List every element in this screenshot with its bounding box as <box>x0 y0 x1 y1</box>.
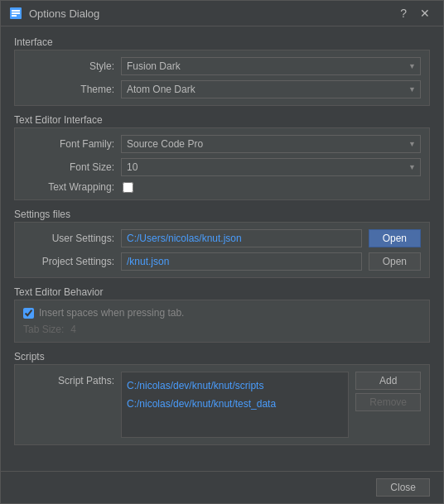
insert-spaces-label: Insert spaces when pressing tab. <box>39 307 184 319</box>
text-wrapping-checkbox[interactable] <box>123 182 133 193</box>
font-family-select[interactable]: Source Code Pro Courier New Monospace <box>121 135 421 153</box>
scripts-buttons: Add Remove <box>355 372 421 411</box>
script-paths-area[interactable]: C:/nicolas/dev/knut/knut/scripts C:/nico… <box>121 372 349 438</box>
project-settings-row: Project Settings: Open <box>23 252 421 271</box>
dialog-content: Interface Style: Fusion Dark Fusion Ligh… <box>1 26 443 471</box>
title-bar-controls: ? ✕ <box>395 6 435 21</box>
interface-section-label: Interface <box>14 36 430 48</box>
font-size-select-wrapper: 8 9 10 11 12 14 <box>121 158 421 176</box>
text-editor-interface-content: Font Family: Source Code Pro Courier New… <box>14 127 430 200</box>
font-size-select[interactable]: 8 9 10 11 12 14 <box>121 158 421 176</box>
script-paths-label: Script Paths: <box>23 372 114 386</box>
interface-section: Interface Style: Fusion Dark Fusion Ligh… <box>14 36 430 106</box>
settings-files-content: User Settings: Open Project Settings: Op… <box>14 222 430 278</box>
text-wrapping-row: Text Wrapping: <box>23 181 421 193</box>
text-editor-behavior-label: Text Editor Behavior <box>14 286 430 298</box>
style-select[interactable]: Fusion Dark Fusion Light Default <box>121 57 421 75</box>
svg-rect-1 <box>12 10 20 12</box>
theme-label: Theme: <box>23 84 114 95</box>
remove-script-button[interactable]: Remove <box>355 393 421 411</box>
close-button[interactable]: Close <box>376 478 430 497</box>
insert-spaces-row: Insert spaces when pressing tab. <box>23 307 421 319</box>
tab-size-row: Tab Size: 4 <box>23 324 421 335</box>
settings-files-section: Settings files User Settings: Open Proje… <box>14 209 430 278</box>
style-row: Style: Fusion Dark Fusion Light Default <box>23 57 421 75</box>
settings-files-label: Settings files <box>14 209 430 220</box>
text-editor-interface-label: Text Editor Interface <box>14 114 430 126</box>
font-family-row: Font Family: Source Code Pro Courier New… <box>23 135 421 153</box>
user-settings-input[interactable] <box>121 229 362 247</box>
interface-section-content: Style: Fusion Dark Fusion Light Default … <box>14 50 430 106</box>
user-settings-row: User Settings: Open <box>23 229 421 247</box>
theme-select[interactable]: Atom One Dark Atom One Light Monokai <box>121 80 421 98</box>
style-select-wrapper: Fusion Dark Fusion Light Default <box>121 57 421 75</box>
dialog-icon <box>9 7 22 20</box>
font-family-label: Font Family: <box>23 138 114 150</box>
theme-select-wrapper: Atom One Dark Atom One Light Monokai <box>121 80 421 98</box>
project-settings-label: Project Settings: <box>23 256 114 267</box>
close-title-button[interactable]: ✕ <box>415 6 435 21</box>
text-wrapping-label: Text Wrapping: <box>23 181 114 193</box>
text-editor-interface-section: Text Editor Interface Font Family: Sourc… <box>14 114 430 200</box>
scripts-section: Scripts Script Paths: C:/nicolas/dev/knu… <box>14 351 430 445</box>
options-dialog: Options Dialog ? ✕ Interface Style: Fusi… <box>0 0 444 504</box>
tab-size-label: Tab Size: <box>23 324 64 335</box>
font-size-row: Font Size: 8 9 10 11 12 14 <box>23 158 421 176</box>
script-path-1: C:/nicolas/dev/knut/knut/scripts <box>127 377 343 396</box>
title-bar: Options Dialog ? ✕ <box>1 1 443 26</box>
scripts-section-label: Scripts <box>14 351 430 362</box>
tab-size-value: 4 <box>70 324 76 335</box>
font-family-select-wrapper: Source Code Pro Courier New Monospace <box>121 135 421 153</box>
font-size-label: Font Size: <box>23 161 114 173</box>
dialog-title: Options Dialog <box>29 7 388 20</box>
project-settings-open-button[interactable]: Open <box>369 252 421 271</box>
theme-row: Theme: Atom One Dark Atom One Light Mono… <box>23 80 421 98</box>
user-settings-open-button[interactable]: Open <box>369 229 421 247</box>
project-settings-input[interactable] <box>121 252 362 271</box>
svg-rect-2 <box>12 12 20 14</box>
scripts-section-content: Script Paths: C:/nicolas/dev/knut/knut/s… <box>14 364 430 445</box>
help-button[interactable]: ? <box>395 6 412 21</box>
script-path-2: C:/nicolas/dev/knut/knut/test_data <box>127 396 343 414</box>
text-editor-behavior-section: Text Editor Behavior Insert spaces when … <box>14 286 430 343</box>
dialog-footer: Close <box>1 471 443 503</box>
user-settings-label: User Settings: <box>23 233 114 244</box>
style-label: Style: <box>23 60 114 72</box>
svg-rect-3 <box>12 15 17 17</box>
insert-spaces-checkbox[interactable] <box>23 308 34 319</box>
add-script-button[interactable]: Add <box>355 372 421 390</box>
text-editor-behavior-content: Insert spaces when pressing tab. Tab Siz… <box>14 300 430 343</box>
